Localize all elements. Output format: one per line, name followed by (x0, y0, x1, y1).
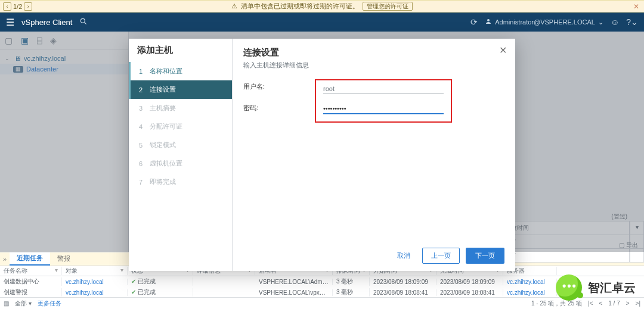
user-menu[interactable]: Administrator@VSPHERE.LOCAL ⌄ (485, 18, 603, 26)
user-name: Administrator@VSPHERE.LOCAL (495, 18, 595, 26)
next-button[interactable]: 下一页 (466, 248, 504, 264)
check-icon: ✔ (131, 278, 136, 285)
th-name[interactable]: 任务名称 (4, 267, 27, 274)
cancel-button[interactable]: 取消 (391, 248, 416, 263)
tasks-collapse-icon[interactable]: » (0, 255, 10, 263)
modal-title: 添加主机 (129, 45, 232, 62)
check-icon: ✔ (131, 289, 136, 295)
pager-first[interactable]: |< (588, 300, 593, 307)
user-icon (485, 18, 492, 26)
columns-icon[interactable]: ▥ (4, 300, 9, 307)
task-row[interactable]: 创建警报 vc.zhihzy.local ✔ 已完成 VSPHERE.LOCAL… (0, 287, 644, 297)
back-button[interactable]: 上一页 (422, 248, 460, 264)
smiley-icon[interactable]: ☺ (611, 17, 619, 27)
menu-icon[interactable]: ☰ (6, 17, 14, 28)
th-target[interactable]: 对象 (66, 267, 78, 274)
wechat-icon: ••• (556, 274, 582, 301)
wizard-step-4: 4分配许可证 (129, 117, 232, 136)
warning-text: 清单中包含已过期或即将过期的许可证。 (241, 2, 359, 11)
add-host-modal: 添加主机 1名称和位置 2连接设置 3主机摘要 4分配许可证 5锁定模式 6虚拟… (129, 39, 515, 271)
tab-recent-tasks[interactable]: 近期任务 (10, 252, 50, 266)
more-tasks-link[interactable]: 更多任务 (38, 299, 61, 308)
pager-label: 1 / 7 (608, 300, 620, 307)
svg-line-1 (85, 22, 86, 24)
username-input[interactable] (323, 84, 444, 94)
banner-close-button[interactable]: ✕ (633, 2, 639, 11)
pager-next[interactable]: > (626, 300, 630, 307)
pager-prev[interactable]: < (599, 300, 602, 307)
wizard-step-6: 6虚拟机位置 (129, 154, 232, 173)
app-header: ☰ vSphere Client ⟳ Administrator@VSPHERE… (0, 13, 644, 32)
banner-prev-button[interactable]: ‹ (3, 2, 11, 11)
app-title: vSphere Client (21, 18, 72, 27)
svg-point-0 (81, 18, 85, 23)
watermark-text: 智汇卓云 (588, 280, 636, 296)
wizard-step-1[interactable]: 1名称和位置 (129, 62, 232, 80)
license-warning-banner: ‹ 1/2 › ⚠ 清单中包含已过期或即将过期的许可证。 管理您的许可证 ✕ (0, 0, 644, 13)
tab-alarms[interactable]: 警报 (50, 252, 78, 266)
svg-point-2 (487, 19, 490, 21)
wizard-step-5: 5锁定模式 (129, 136, 232, 154)
task-row[interactable]: 创建数据中心 vc.zhihzy.local ✔ 已完成 VSPHERE.LOC… (0, 276, 644, 287)
wizard-step-7: 7即将完成 (129, 173, 232, 191)
warning-icon: ⚠ (231, 2, 237, 10)
modal-heading: 连接设置 (243, 47, 504, 58)
help-icon[interactable]: ?⌄ (626, 17, 638, 27)
wizard-step-2[interactable]: 2连接设置 (129, 80, 232, 99)
refresh-icon[interactable]: ⟳ (470, 17, 478, 27)
manage-licenses-button[interactable]: 管理您的许可证 (363, 2, 413, 11)
pager-last[interactable]: >| (636, 300, 640, 307)
watermark: ••• 智汇卓云 (556, 274, 636, 301)
password-input[interactable] (323, 104, 444, 114)
username-label: 用户名: (243, 82, 265, 91)
wizard-step-3: 3主机摘要 (129, 99, 232, 117)
password-label: 密码: (243, 104, 258, 113)
banner-next-button[interactable]: › (24, 2, 32, 11)
filter-dropdown[interactable]: 全部 ▾ (15, 299, 32, 308)
modal-subtitle: 输入主机连接详细信息 (243, 61, 504, 70)
search-icon[interactable] (79, 17, 88, 27)
modal-close-button[interactable]: ✕ (499, 45, 507, 56)
banner-pager: 1/2 (13, 3, 22, 10)
chevron-down-icon: ⌄ (598, 18, 603, 26)
